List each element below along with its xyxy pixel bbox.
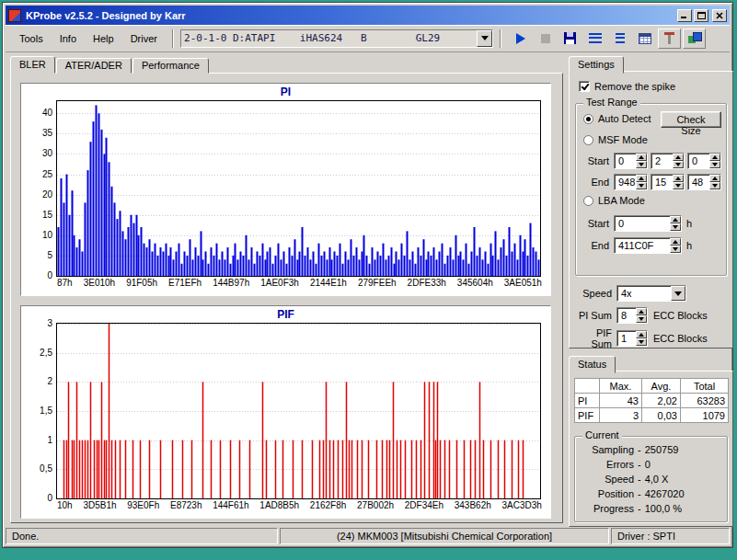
remove-spike-label: Remove the spike [594, 81, 675, 92]
spin-down-button[interactable] [673, 161, 684, 168]
device-combo[interactable]: 2-0-1-0 D:ATAPI iHAS624 B GL29 [180, 29, 493, 48]
device-combo-dropdown-button[interactable] [477, 30, 492, 47]
start-test-button[interactable] [509, 29, 532, 49]
maximize-button[interactable] [694, 9, 708, 22]
msf-mode-label: MSF Mode [598, 134, 648, 145]
lba-end-h-label: h [686, 240, 692, 251]
stop-test-button[interactable] [534, 29, 557, 49]
current-position-value: 4267020 [645, 488, 685, 499]
row-pif-total: 1079 [681, 408, 729, 423]
pif-chart-title: PIF [23, 308, 548, 323]
current-label: Current [582, 429, 622, 440]
lba-end-spinner[interactable]: 411C0F [614, 237, 682, 254]
current-group: Current Sampling-250759 Errors-0 Speed-4… [574, 436, 728, 522]
menu-info[interactable]: Info [52, 30, 85, 47]
pi-y-axis: 0510152025303540 [23, 100, 56, 277]
msf-end-min-spinner[interactable]: 948 [614, 174, 648, 190]
spin-up-button[interactable] [673, 175, 684, 182]
spin-up-button[interactable] [636, 175, 647, 182]
current-position-key: Position [582, 488, 634, 499]
spin-down-button[interactable] [673, 182, 684, 189]
current-sampling-key: Sampling [582, 444, 634, 455]
lba-mode-radio[interactable] [583, 196, 593, 206]
close-button[interactable] [712, 9, 727, 22]
status-table: Max. Avg. Total PI 43 2,02 63283 PIF [574, 378, 729, 423]
check-size-button[interactable]: Check Size [661, 111, 721, 128]
spin-down-button[interactable] [636, 338, 647, 346]
view-bars-button[interactable] [608, 29, 631, 49]
view-bler-button[interactable] [583, 29, 606, 49]
spin-up-button[interactable] [636, 331, 647, 338]
pif-chart-panel: PIF 00,511,522,53 10h3D5B1h93E0FhE8723h1… [20, 305, 551, 519]
auto-detect-radio[interactable] [583, 114, 593, 124]
current-speed-key: Speed [582, 474, 634, 485]
spin-down-button[interactable] [670, 223, 681, 231]
x-tick-label: 3E010h [84, 278, 115, 288]
x-tick-label: 3AE051h [504, 278, 542, 288]
spin-down-button[interactable] [636, 182, 647, 189]
about-button[interactable] [683, 29, 706, 49]
stop-icon [541, 34, 550, 43]
row-pif-max: 3 [600, 408, 642, 423]
menu-tools[interactable]: Tools [11, 30, 52, 47]
tab-settings[interactable]: Settings [569, 56, 624, 74]
msf-end-sec-spinner[interactable]: 15 [651, 174, 685, 190]
msf-start-sec-spinner[interactable]: 2 [651, 153, 685, 169]
speed-combo[interactable]: 4x [616, 285, 686, 302]
bler-tab-page: PI 0510152025303540 87h3E010h91F05hE71EF… [10, 73, 563, 523]
spin-down-button[interactable] [709, 182, 720, 189]
x-tick-label: 2DF34Eh [405, 500, 443, 510]
lba-end-label: End [583, 240, 609, 251]
close-icon [716, 12, 723, 19]
y-tick-label: 0,5 [40, 463, 52, 474]
spin-up-button[interactable] [636, 154, 647, 161]
x-tick-label: 93E0Fh [127, 500, 159, 510]
spin-up-button[interactable] [673, 154, 684, 161]
menu-driver[interactable]: Driver [122, 30, 166, 47]
pi-chart-panel: PI 0510152025303540 87h3E010h91F05hE71EF… [20, 83, 551, 296]
minimize-button[interactable] [677, 9, 692, 22]
spin-up-button[interactable] [670, 238, 681, 246]
spin-up-button[interactable] [670, 216, 681, 223]
speed-dropdown-button[interactable] [671, 286, 685, 301]
spin-down-button[interactable] [636, 161, 647, 168]
y-tick-label: 10 [42, 230, 52, 240]
spin-up-button[interactable] [709, 175, 720, 182]
msf-mode-radio[interactable] [583, 135, 593, 145]
tool-button[interactable] [658, 29, 681, 49]
maximize-icon [697, 12, 706, 19]
spin-down-button[interactable] [636, 315, 647, 323]
tab-performance[interactable]: Performance [132, 58, 209, 74]
spin-down-button[interactable] [670, 246, 681, 253]
statusbar-driver: Driver : SPTI [611, 528, 730, 544]
view-grid-button[interactable] [633, 29, 656, 49]
spin-up-button[interactable] [709, 154, 720, 161]
statusbar-message: Done. [6, 528, 278, 544]
x-tick-label: 1AD8B5h [259, 500, 299, 510]
msf-start-min-spinner[interactable]: 0 [614, 153, 648, 169]
tab-ater-ader[interactable]: ATER/ADER [56, 58, 132, 74]
lba-mode-label: LBA Mode [598, 195, 645, 206]
msf-end-frame-spinner[interactable]: 48 [687, 174, 721, 190]
spin-down-button[interactable] [709, 161, 720, 168]
lba-start-spinner[interactable]: 0 [614, 215, 682, 232]
x-tick-label: 3AC3D3h [502, 500, 542, 510]
tab-status[interactable]: Status [569, 356, 616, 373]
pi-sum-spinner[interactable]: 8 [616, 307, 648, 324]
msf-start-frame-spinner[interactable]: 0 [687, 153, 721, 169]
save-button[interactable] [559, 29, 582, 49]
x-tick-label: 27B002h [357, 500, 394, 510]
tab-bler[interactable]: BLER [10, 56, 55, 74]
menu-help[interactable]: Help [85, 30, 122, 47]
pif-sum-label: PIF Sum [575, 327, 612, 349]
remove-spike-checkbox[interactable] [579, 81, 590, 92]
y-tick-label: 40 [42, 108, 52, 118]
current-errors-key: Errors [582, 459, 634, 470]
y-tick-label: 5 [47, 250, 52, 260]
pif-sum-spinner[interactable]: 1 [616, 330, 648, 347]
statusbar-media-info: (24) MKM003 [Mitsubishi Chemical Corpora… [280, 528, 609, 544]
spin-up-button[interactable] [636, 308, 647, 315]
current-errors-value: 0 [645, 459, 651, 470]
main-content: BLER ATER/ADER Performance PI 0510152025… [6, 52, 730, 526]
table-row: PIF 3 0,03 1079 [575, 408, 729, 423]
